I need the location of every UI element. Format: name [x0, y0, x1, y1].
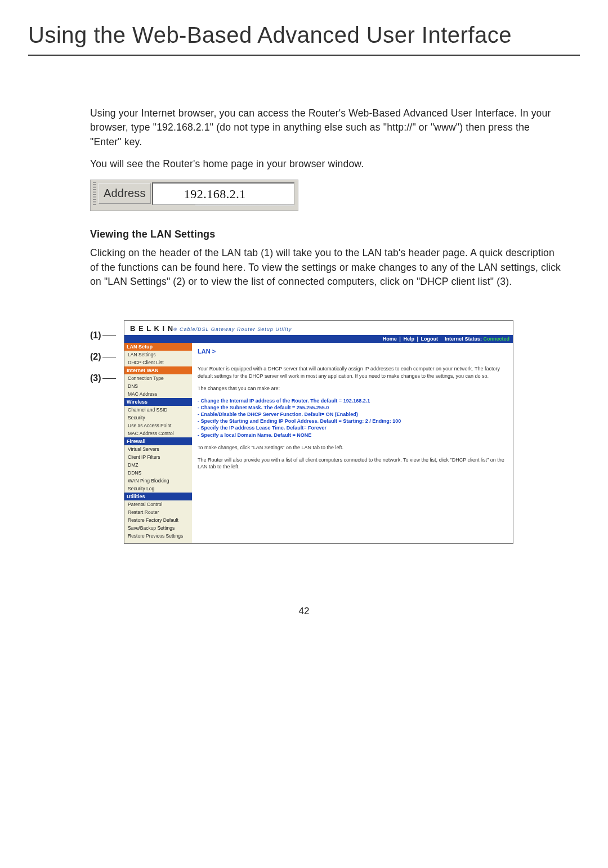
- callout-1: (1): [90, 330, 101, 340]
- sidebar-item-parental-control[interactable]: Parental Control: [124, 500, 192, 508]
- sidebar-item-restore-factory[interactable]: Restore Factory Default: [124, 516, 192, 524]
- sidebar-header-utilities[interactable]: Utilities: [124, 493, 192, 500]
- change-item-6: - Specify a local Domain Name. Default =…: [198, 432, 507, 439]
- sidebar-header-firewall[interactable]: Firewall: [124, 437, 192, 445]
- change-item-5: - Specify the IP address Lease Time. Def…: [198, 424, 507, 431]
- sidebar-item-wan-ping-blocking[interactable]: WAN Ping Blocking: [124, 477, 192, 485]
- sidebar-item-dns[interactable]: DNS: [124, 382, 192, 390]
- sidebar-item-mac-address[interactable]: MAC Address: [124, 390, 192, 398]
- main-heading: LAN >: [198, 347, 507, 356]
- sidebar-header-lan-setup[interactable]: LAN Setup: [124, 343, 192, 351]
- intro-paragraph-2: You will see the Router's home page in y…: [90, 157, 563, 171]
- sidebar-item-save-backup[interactable]: Save/Backup Settings: [124, 524, 192, 532]
- changes-label: The changes that you can make are:: [198, 385, 507, 392]
- sidebar-item-client-ip-filters[interactable]: Client IP Filters: [124, 453, 192, 461]
- main-paragraph-2: To make changes, click "LAN Settings" on…: [198, 444, 507, 451]
- intro-paragraph-1: Using your Internet browser, you can acc…: [90, 106, 563, 149]
- sidebar-item-dhcp-client-list[interactable]: DHCP Client List: [124, 359, 192, 366]
- address-label: Address: [99, 183, 151, 204]
- change-item-2: - Change the Subnet Mask. The default = …: [198, 404, 507, 411]
- toolbar-grip-icon: [93, 182, 96, 205]
- sidebar-item-security[interactable]: Security: [124, 414, 192, 422]
- sidebar-item-lan-settings[interactable]: LAN Settings: [124, 351, 192, 359]
- figure-callouts: (1) (2) (3): [90, 320, 124, 395]
- page-number: 42: [28, 606, 580, 617]
- router-sidebar: LAN Setup LAN Settings DHCP Client List …: [124, 343, 192, 543]
- callout-2: (2): [90, 352, 101, 361]
- help-link[interactable]: Help: [403, 336, 414, 342]
- change-item-1: - Change the Internal IP address of the …: [198, 397, 507, 404]
- internet-status-value: Connected: [483, 336, 509, 342]
- router-brand: B E L K I N® Cable/DSL Gateway Router Se…: [130, 326, 292, 332]
- router-ui-screenshot: B E L K I N® Cable/DSL Gateway Router Se…: [124, 320, 513, 544]
- sidebar-header-internet-wan[interactable]: Internet WAN: [124, 366, 192, 374]
- router-main-content: LAN > Your Router is equipped with a DHC…: [192, 343, 513, 543]
- sidebar-item-virtual-servers[interactable]: Virtual Servers: [124, 445, 192, 453]
- page-title: Using the Web-Based Advanced User Interf…: [28, 23, 580, 56]
- sidebar-item-security-log[interactable]: Security Log: [124, 485, 192, 493]
- internet-status-label: Internet Status:: [445, 336, 482, 342]
- sidebar-item-mac-address-control[interactable]: MAC Address Control: [124, 429, 192, 437]
- sidebar-item-restore-previous[interactable]: Restore Previous Settings: [124, 532, 192, 540]
- router-top-bar: Home | Help | Logout Internet Status: Co…: [124, 335, 513, 343]
- address-bar-screenshot: Address 192.168.2.1: [90, 180, 563, 212]
- logout-link[interactable]: Logout: [421, 336, 438, 342]
- callout-3: (3): [90, 373, 101, 383]
- address-input[interactable]: 192.168.2.1: [152, 182, 294, 205]
- section-subheading: Viewing the LAN Settings: [90, 227, 563, 241]
- sidebar-item-dmz[interactable]: DMZ: [124, 461, 192, 469]
- sidebar-item-channel-ssid[interactable]: Channel and SSID: [124, 406, 192, 414]
- sidebar-item-ddns[interactable]: DDNS: [124, 469, 192, 477]
- change-item-4: - Specify the Starting and Ending IP Poo…: [198, 418, 507, 424]
- home-link[interactable]: Home: [383, 336, 397, 342]
- main-paragraph-1: Your Router is equipped with a DHCP serv…: [198, 365, 507, 379]
- change-item-3: - Enable/Disable the DHCP Server Functio…: [198, 411, 507, 418]
- sidebar-item-restart-router[interactable]: Restart Router: [124, 508, 192, 516]
- sidebar-header-wireless[interactable]: Wireless: [124, 398, 192, 406]
- sidebar-item-use-ap[interactable]: Use as Access Point: [124, 422, 192, 429]
- main-paragraph-3: The Router will also provide you with a …: [198, 457, 507, 470]
- lan-settings-paragraph: Clicking on the header of the LAN tab (1…: [90, 246, 563, 289]
- sidebar-item-connection-type[interactable]: Connection Type: [124, 374, 192, 382]
